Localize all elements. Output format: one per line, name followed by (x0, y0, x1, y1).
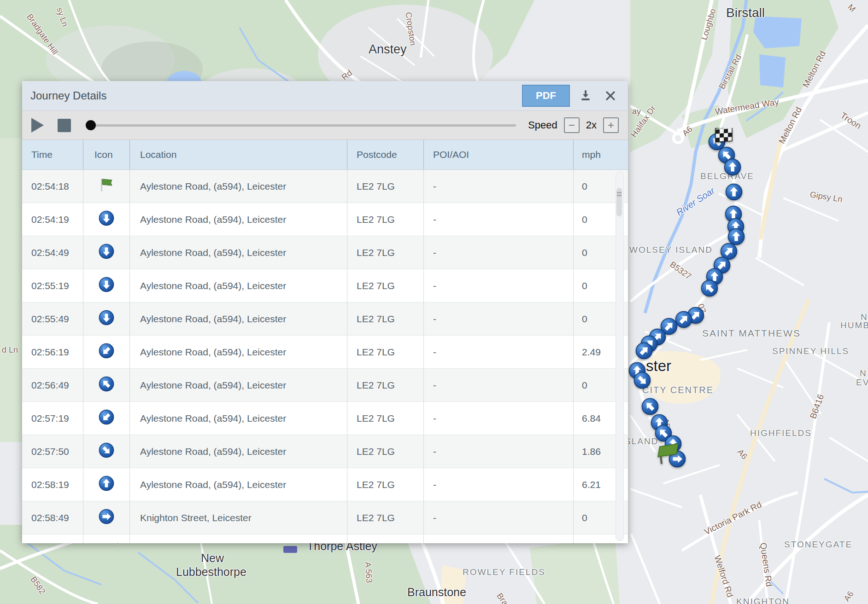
map-label: ROWLEY FIELDS (463, 567, 545, 577)
cell-location: Aylestone Road, (a594), Leicester (130, 302, 347, 335)
column-header-poi: POI/AOI (424, 140, 574, 169)
cell-icon (83, 369, 130, 401)
cell-location: Aylestone Road, (a594), Leicester (130, 435, 347, 468)
cell-time: 02:56:49 (22, 369, 83, 401)
cell-poi: - (424, 402, 574, 435)
cell-poi: - (424, 170, 574, 203)
playback-controls: Speed − 2x + (22, 111, 628, 140)
direction-arrow-icon (99, 210, 114, 228)
cell-poi: - (424, 236, 574, 269)
cell-poi: - (424, 435, 574, 468)
table-row[interactable]: 02:58:49 Knighton Street, LeicesterLE2 7… (22, 501, 628, 534)
speed-label: Speed (528, 119, 557, 131)
direction-arrow-icon (99, 244, 114, 261)
cell-postcode: LE2 7LG (347, 203, 424, 236)
table-row[interactable]: 02:54:18 Aylestone Road, (a594), Leicest… (22, 170, 628, 203)
route-point-marker[interactable] (701, 279, 718, 297)
cell-time: 02:57:50 (22, 435, 83, 468)
map-label: A 563 (363, 562, 374, 583)
scrollbar-thumb[interactable] (616, 188, 622, 216)
cell-postcode: LE2 7LG (347, 402, 424, 435)
table-row[interactable]: 02:56:49 Aylestone Road, (a594), Leicest… (22, 369, 628, 402)
cell-location: Aylestone Road, (a594), Leicester (130, 269, 347, 302)
stop-button[interactable] (58, 119, 71, 132)
finish-checkered-flag[interactable] (713, 128, 734, 150)
cell-time: 02:54:49 (22, 236, 83, 269)
map-label: HIGHFIELDS (750, 428, 812, 438)
cell-icon (83, 203, 130, 236)
table-row[interactable]: 02:57:19 Aylestone Road, (a594), Leicest… (22, 402, 628, 435)
cell-poi: - (424, 468, 574, 501)
speed-value: 2x (586, 119, 597, 131)
map-label: N (860, 368, 867, 378)
map-label: New (201, 552, 224, 565)
route-point-marker[interactable] (641, 398, 659, 415)
road-shield-marker (283, 546, 297, 553)
cell-time: 02:54:18 (22, 170, 83, 203)
cell-poi: - (424, 302, 574, 335)
table-body: 02:54:18 Aylestone Road, (a594), Leicest… (22, 170, 628, 543)
start-green-flag[interactable] (656, 441, 683, 470)
cell-location: Aylestone Road, (a594), Leicester (130, 170, 347, 203)
map-label: SPINNEY HILLS (772, 346, 849, 356)
close-button[interactable] (601, 87, 620, 105)
cell-location: Aylestone Road, (a594), Leicester (130, 203, 347, 236)
map-label: Anstey (369, 42, 407, 57)
cell-postcode: LE2 7LG (347, 269, 424, 302)
direction-arrow-icon (99, 509, 114, 527)
cell-icon (83, 402, 130, 435)
route-point-marker[interactable] (725, 183, 743, 201)
table-row[interactable]: 02:55:19 Aylestone Road, (a594), Leicest… (22, 269, 628, 302)
cell-icon (83, 302, 130, 335)
route-point-marker[interactable] (633, 372, 651, 389)
cell-poi: - (424, 369, 574, 401)
download-icon (578, 88, 593, 103)
cell-poi: - (424, 336, 574, 368)
table-scrollbar[interactable] (616, 172, 624, 541)
route-point-marker[interactable] (635, 342, 653, 360)
slider-handle[interactable] (86, 120, 96, 130)
cell-time: 02:54:19 (22, 203, 83, 236)
table-row[interactable]: 02:54:19 Aylestone Road, (a594), Leicest… (22, 203, 628, 236)
play-button[interactable] (31, 118, 44, 133)
cell-time: 02:58:19 (22, 468, 83, 501)
map-label: Braunstone (407, 586, 466, 599)
column-header-icon: Icon (83, 140, 130, 169)
cell-time: 02:55:19 (22, 269, 83, 302)
map-label: CITY CENTRE (642, 385, 714, 395)
speed-decrease-button[interactable]: − (564, 117, 580, 133)
start-flag-icon (100, 178, 113, 195)
map-label: Lubbesthorpe (176, 565, 246, 579)
pdf-button[interactable]: PDF (522, 85, 570, 107)
column-header-mph: mph (574, 140, 628, 169)
map-label: HUMB (840, 320, 868, 331)
cell-postcode: LE2 7LG (347, 369, 424, 401)
speed-increase-button[interactable]: + (603, 117, 619, 133)
table-row[interactable]: 02:54:49 Aylestone Road, (a594), Leicest… (22, 236, 628, 269)
table-row[interactable]: 02:56:19 Aylestone Road, (a594), Leicest… (22, 336, 628, 369)
table-row[interactable]: 02:57:50 Aylestone Road, (a594), Leicest… (22, 435, 628, 468)
cell-postcode: LE2 7LG (347, 468, 424, 501)
map-label: ay (632, 107, 641, 116)
column-header-postcode: Postcode (347, 140, 424, 169)
timeline-slider[interactable] (87, 124, 516, 127)
cell-icon (83, 468, 130, 501)
map-label: KNIGHTON (736, 597, 790, 604)
cell-postcode: LE2 7LG (347, 336, 424, 368)
cell-icon (83, 269, 130, 302)
cell-location: Aylestone Road, (a594), Leicester (130, 468, 347, 501)
cell-poi: - (424, 269, 574, 302)
cell-time: 02:58:49 (22, 501, 83, 534)
cell-postcode: LE2 7LG (347, 236, 424, 269)
cell-postcode: LE2 7LG (347, 302, 424, 335)
map-label: d Ln (2, 345, 18, 355)
direction-arrow-icon (99, 310, 114, 328)
close-icon (604, 89, 617, 103)
map-label: WOLSEY ISLAND (629, 245, 713, 255)
table-row[interactable]: 02:55:49 Aylestone Road, (a594), Leicest… (22, 302, 628, 336)
map-label: SLAND (625, 436, 658, 447)
cell-icon (83, 170, 130, 203)
download-button[interactable] (576, 87, 595, 105)
table-row[interactable]: 02:58:19 Aylestone Road, (a594), Leicest… (22, 468, 628, 501)
route-point-marker[interactable] (724, 158, 741, 176)
